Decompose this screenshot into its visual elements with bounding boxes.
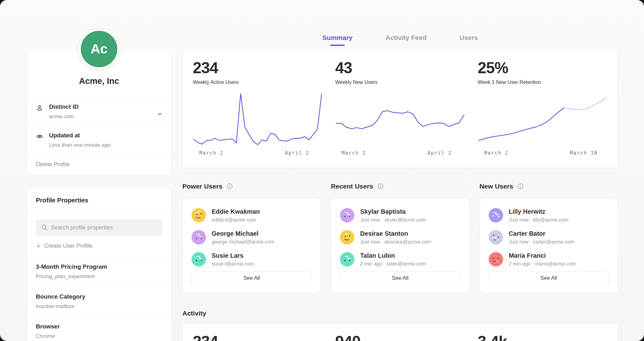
app-window: Ac Acme, Inc Distinct ID acme.com bbox=[0, 0, 644, 341]
stat-weekly-active-users: 234 Weekly Active Users March 2 April 2 bbox=[193, 59, 323, 168]
weekly-active-users-sparkline bbox=[193, 90, 323, 148]
field-label: Updated at bbox=[49, 132, 111, 139]
chevron-down-icon[interactable] bbox=[157, 111, 163, 118]
x-axis-tick: March 2 bbox=[199, 150, 224, 156]
x-axis-tick: March 2 bbox=[484, 150, 508, 156]
tab-users[interactable]: Users bbox=[460, 34, 478, 41]
x-axis-tick: March 2 bbox=[342, 150, 366, 156]
tab-bar: Summary Activity Feed Users bbox=[182, 0, 618, 50]
search-input[interactable] bbox=[51, 224, 157, 231]
property-value: Chrome bbox=[36, 333, 162, 339]
user-row[interactable]: George Michael george.michael@acme.com bbox=[192, 230, 312, 245]
user-row[interactable]: Carter Bator Just now · carter@acme.com bbox=[489, 230, 609, 245]
see-all-button[interactable]: See All bbox=[340, 272, 460, 285]
user-avatar bbox=[192, 208, 206, 223]
company-avatar: Ac bbox=[79, 29, 119, 69]
activity-stat-value: 940 bbox=[335, 333, 465, 341]
recent-users-card: Skylar Baptista Just now · skyler@acme.c… bbox=[331, 198, 469, 293]
user-row[interactable]: Eddie Kwakman eddie.k@acme.com bbox=[192, 208, 312, 223]
activity-section-title: Activity bbox=[182, 310, 618, 317]
active-tab-underline bbox=[330, 45, 345, 46]
user-meta: Just now · carter@acme.com bbox=[509, 239, 574, 245]
user-row[interactable]: Desirae Stanton Just now · desirare@acme… bbox=[340, 230, 460, 245]
property-row[interactable]: Browser Chrome bbox=[27, 316, 171, 341]
x-axis-tick: March 10 bbox=[570, 150, 597, 156]
new-users-section: New Users bbox=[480, 183, 618, 293]
activity-stat-value: 234 bbox=[193, 333, 323, 341]
person-icon bbox=[36, 103, 44, 120]
user-meta: 2 min ago · maria@acme.com bbox=[509, 261, 576, 267]
user-meta: Just now · lilly@acme.com bbox=[509, 217, 569, 223]
user-avatar bbox=[192, 230, 206, 245]
stat-label: Week 1 New User Retention bbox=[478, 80, 608, 85]
stat-label: Weekly New Users bbox=[335, 80, 465, 85]
profile-properties-title: Profile Properties bbox=[27, 189, 171, 211]
x-axis-labels: March 2 April 2 bbox=[335, 150, 465, 160]
info-icon[interactable] bbox=[377, 183, 384, 190]
user-avatar bbox=[192, 252, 206, 267]
property-label: 3-Month Pricing Program bbox=[36, 263, 162, 270]
activity-stat-value: 3.4k bbox=[478, 333, 608, 341]
info-icon[interactable] bbox=[517, 183, 524, 190]
tab-summary[interactable]: Summary bbox=[322, 34, 353, 41]
stat-week1-retention: 25% Week 1 New User Retention March 2 Ma… bbox=[478, 59, 608, 168]
user-row[interactable]: Talan Lubin 2 min ago · talan@acme.com bbox=[340, 252, 460, 267]
user-name: Talan Lubin bbox=[360, 252, 426, 259]
profile-sidebar: Ac Acme, Inc Distinct ID acme.com bbox=[27, 0, 171, 341]
create-user-profile-label: Create User Profile bbox=[44, 243, 92, 249]
user-meta: eddie.k@acme.com bbox=[212, 217, 260, 223]
stat-weekly-new-users: 43 Weekly New Users March 2 April 2 bbox=[335, 59, 465, 168]
main-content: Summary Activity Feed Users 234 Weekly A… bbox=[182, 0, 618, 341]
recent-users-section: Recent Users bbox=[331, 183, 469, 293]
summary-stats-card: 234 Weekly Active Users March 2 April 2 … bbox=[182, 50, 618, 168]
user-name: Eddie Kwakman bbox=[212, 208, 260, 215]
property-value: inactive-mailbox bbox=[36, 303, 162, 310]
user-meta: george.michael@acme.com bbox=[212, 239, 274, 245]
user-row[interactable]: Skylar Baptista Just now · skyler@acme.c… bbox=[340, 208, 460, 223]
tab-activity-feed[interactable]: Activity Feed bbox=[386, 34, 427, 41]
field-updated-at: Updated at Less than one minute ago bbox=[27, 126, 171, 155]
weekly-new-users-sparkline bbox=[335, 90, 465, 148]
user-sections: Power Users bbox=[182, 183, 618, 293]
delete-profile-button[interactable]: Delete Profile bbox=[27, 155, 171, 175]
section-title: Recent Users bbox=[331, 183, 373, 190]
x-axis-tick: April 2 bbox=[427, 150, 452, 156]
user-row[interactable]: Susie Lars susie.l@acme.com bbox=[192, 252, 312, 267]
see-all-button[interactable]: See All bbox=[489, 272, 609, 285]
activity-stats-card: 234 940 3.4k bbox=[182, 324, 618, 341]
power-users-card: Eddie Kwakman eddie.k@acme.com bbox=[182, 198, 321, 293]
search-profile-properties[interactable] bbox=[36, 219, 162, 236]
user-meta: susie.l@acme.com bbox=[212, 261, 254, 267]
user-avatar bbox=[340, 252, 354, 267]
field-value: acme.com bbox=[49, 113, 79, 120]
property-label: Bounce Category bbox=[36, 293, 162, 300]
user-avatar bbox=[489, 208, 503, 223]
user-name: Susie Lars bbox=[212, 252, 254, 259]
create-user-profile-button[interactable]: + Create User Profile bbox=[36, 243, 162, 249]
info-icon[interactable] bbox=[226, 183, 233, 190]
x-axis-tick: April 2 bbox=[285, 150, 309, 156]
profile-card: Ac Acme, Inc Distinct ID acme.com bbox=[27, 50, 171, 176]
search-icon bbox=[41, 224, 48, 231]
stat-value: 25% bbox=[478, 59, 608, 77]
plus-icon: + bbox=[36, 243, 41, 249]
property-row[interactable]: 3-Month Pricing Program Pricing_plan_exp… bbox=[27, 257, 171, 287]
user-name: Lilly Herwitz bbox=[509, 208, 569, 215]
user-avatar bbox=[489, 230, 503, 245]
user-row[interactable]: Maria Franci 2 min ago · maria@acme.com bbox=[489, 252, 609, 267]
section-title: Power Users bbox=[182, 183, 222, 190]
user-meta: Just now · skyler@acme.com bbox=[360, 217, 426, 223]
eye-icon bbox=[36, 132, 44, 148]
new-users-card: Lilly Herwitz Just now · lilly@acme.com bbox=[480, 198, 618, 293]
property-row[interactable]: Bounce Category inactive-mailbox bbox=[27, 287, 171, 316]
user-meta: 2 min ago · talan@acme.com bbox=[360, 261, 426, 267]
field-distinct-id[interactable]: Distinct ID acme.com bbox=[27, 97, 171, 126]
field-value: Less than one minute ago bbox=[49, 142, 111, 148]
power-users-section: Power Users bbox=[182, 183, 321, 293]
user-avatar bbox=[340, 208, 354, 223]
user-row[interactable]: Lilly Herwitz Just now · lilly@acme.com bbox=[489, 208, 609, 223]
see-all-button[interactable]: See All bbox=[192, 272, 312, 285]
field-label: Distinct ID bbox=[49, 103, 79, 110]
week1-retention-sparkline bbox=[478, 90, 608, 148]
stat-label: Weekly Active Users bbox=[193, 80, 323, 85]
